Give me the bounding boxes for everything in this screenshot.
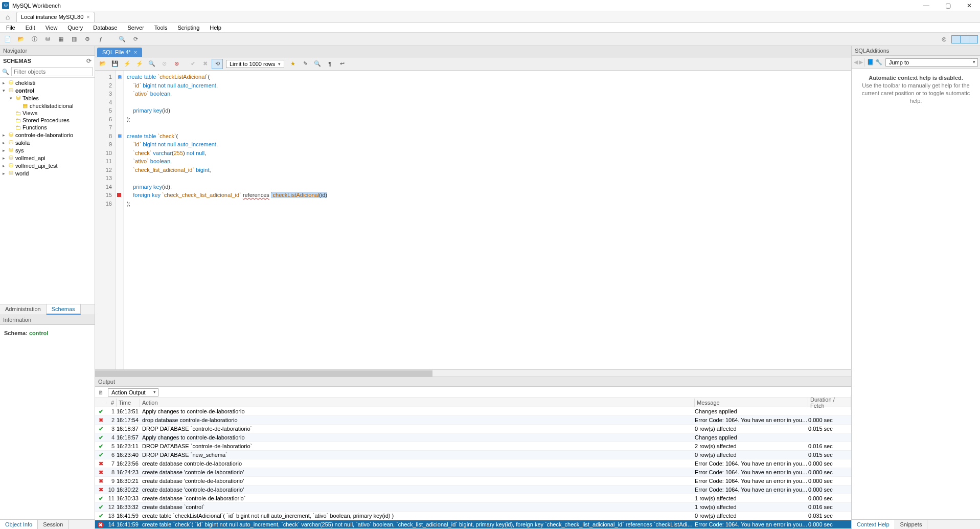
- tree-node[interactable]: ▾⛁Tables: [0, 94, 95, 102]
- open-sql-icon[interactable]: 📂: [15, 34, 27, 45]
- toggle-right-panel[interactable]: [969, 35, 978, 43]
- toggle-left-panel[interactable]: [951, 35, 961, 43]
- new-proc-icon[interactable]: ⚙: [82, 34, 93, 45]
- filter-objects-input[interactable]: [11, 67, 93, 76]
- tree-label: vollmed_api: [14, 155, 45, 161]
- beautify-icon[interactable]: ★: [287, 59, 299, 69]
- maximize-button[interactable]: ▢: [937, 0, 959, 11]
- tree-node[interactable]: ▦checklistadicional: [0, 102, 95, 109]
- minimize-button[interactable]: —: [916, 0, 937, 11]
- tree-node[interactable]: ▸⛁sys: [0, 146, 95, 154]
- row-limit-select[interactable]: Limit to 1000 rows▾: [226, 60, 284, 68]
- output-row[interactable]: ✖1016:30:22create database 'controle-de-…: [95, 486, 851, 494]
- reconnect-icon[interactable]: ⟳: [130, 34, 141, 45]
- tab-schemas[interactable]: Schemas: [47, 304, 81, 315]
- menu-help[interactable]: Help: [206, 24, 225, 32]
- save-script-icon[interactable]: 💾: [109, 59, 121, 69]
- invisible-chars-icon[interactable]: ¶: [324, 59, 335, 69]
- status-globe-icon[interactable]: ◎: [939, 34, 950, 45]
- execute-icon[interactable]: ⚡: [122, 59, 133, 69]
- explain-icon[interactable]: 🔍: [146, 59, 157, 69]
- new-schema-icon[interactable]: ⛁: [42, 34, 53, 45]
- output-row[interactable]: ✔416:18:57Apply changes to controle-de-l…: [95, 433, 851, 442]
- close-icon[interactable]: ×: [86, 14, 89, 20]
- tree-node[interactable]: ▸⛁vollmed_api_test: [0, 162, 95, 169]
- tree-node[interactable]: 🗀Views: [0, 109, 95, 117]
- autocommit-toggle[interactable]: ⟲: [212, 59, 223, 69]
- tab-session[interactable]: Session: [38, 520, 69, 529]
- rollback-icon[interactable]: ✖: [199, 59, 211, 69]
- new-table-icon[interactable]: ▦: [55, 34, 66, 45]
- table-icon: ▦: [21, 102, 29, 109]
- nav-fwd-icon[interactable]: ▶: [859, 59, 863, 65]
- commit-icon[interactable]: ✔: [187, 59, 198, 69]
- error-icon: ✖: [99, 469, 103, 475]
- output-row[interactable]: ✖1416:41:59create table `check`( `id` bi…: [95, 520, 851, 529]
- find-replace-icon[interactable]: 🔍: [312, 59, 323, 69]
- connection-tab[interactable]: Local instance MySQL80 ×: [16, 12, 95, 22]
- output-row[interactable]: ✔1316:41:59create table `checkListAdicio…: [95, 512, 851, 520]
- output-row[interactable]: ✔616:23:40DROP DATABASE `new_schema`0 ro…: [95, 451, 851, 459]
- editor-horizontal-scrollbar[interactable]: [95, 369, 851, 377]
- nav-back-icon[interactable]: ◀: [854, 59, 858, 65]
- sql-editor[interactable]: 12345678910111213141516 ⊟⊟ create table …: [95, 71, 851, 369]
- menu-file[interactable]: File: [2, 24, 19, 32]
- titlebar: ⛁ MySQL Workbench — ▢ ✕: [0, 0, 980, 11]
- output-row[interactable]: ✖916:30:21create database 'controle-de-l…: [95, 477, 851, 486]
- tree-node[interactable]: 🗀Stored Procedures: [0, 117, 95, 124]
- menu-scripting[interactable]: Scripting: [174, 24, 204, 32]
- search-table-icon[interactable]: 🔍: [117, 34, 128, 45]
- folder-icon: 🗀: [14, 117, 21, 123]
- wrap-icon[interactable]: ↩: [336, 59, 348, 69]
- tab-administration[interactable]: Administration: [0, 304, 47, 315]
- tab-snippets[interactable]: Snippets: [895, 520, 928, 529]
- close-button[interactable]: ✕: [959, 0, 980, 11]
- tree-node[interactable]: ▸⛁cheklisti: [0, 79, 95, 86]
- tree-node[interactable]: ▸⛁vollmed_api: [0, 154, 95, 162]
- stop-on-error-icon[interactable]: ⊗: [171, 59, 182, 69]
- output-row[interactable]: ✖816:24:23create database 'controle-de-l…: [95, 468, 851, 477]
- error-icon: ✖: [99, 417, 103, 423]
- menu-edit[interactable]: Edit: [21, 24, 39, 32]
- tree-node[interactable]: ▸⛁sakila: [0, 139, 95, 146]
- sql-file-tab[interactable]: SQL File 4* ×: [97, 48, 142, 57]
- tree-node[interactable]: ▸⛁world: [0, 169, 95, 177]
- menu-tools[interactable]: Tools: [150, 24, 172, 32]
- output-row[interactable]: ✔1216:33:32create database `control`1 ro…: [95, 503, 851, 512]
- output-row[interactable]: ✔316:18:37DROP DATABASE `controle-de-lab…: [95, 425, 851, 433]
- open-script-icon[interactable]: 📂: [97, 59, 108, 69]
- output-row[interactable]: ✔1116:30:33create database `controle-de-…: [95, 494, 851, 503]
- output-row[interactable]: ✖216:17:54drop database controle-de-labo…: [95, 416, 851, 425]
- output-clear-icon[interactable]: 🗎: [98, 389, 104, 395]
- menu-query[interactable]: Query: [63, 24, 87, 32]
- tab-object-info[interactable]: Object Info: [0, 520, 38, 529]
- tree-node[interactable]: 🗀Functions: [0, 124, 95, 131]
- menu-view[interactable]: View: [41, 24, 62, 32]
- refresh-schemas-icon[interactable]: ⟳: [86, 57, 92, 64]
- output-type-select[interactable]: Action Output: [108, 388, 158, 396]
- close-icon[interactable]: ×: [134, 49, 137, 55]
- new-func-icon[interactable]: ƒ: [95, 34, 106, 45]
- new-sql-tab-icon[interactable]: 📄: [2, 34, 13, 45]
- auto-help-icon[interactable]: 🔧: [875, 59, 882, 65]
- toggle-bottom-panel[interactable]: [960, 35, 969, 43]
- inspector-icon[interactable]: ⓘ: [29, 34, 40, 45]
- stop-icon[interactable]: ⊘: [158, 59, 170, 69]
- output-grid[interactable]: ✔116:13:51Apply changes to controle-de-l…: [95, 407, 851, 529]
- tab-context-help[interactable]: Context Help: [852, 520, 895, 529]
- manual-help-icon[interactable]: 📘: [867, 59, 874, 65]
- home-button[interactable]: ⌂: [2, 12, 13, 21]
- output-row[interactable]: ✖716:23:56create database controle-de-la…: [95, 459, 851, 468]
- tree-node[interactable]: ▾⛁control: [0, 86, 95, 94]
- menu-server[interactable]: Server: [123, 24, 148, 32]
- tree-node[interactable]: ▸⛁controle-de-laboratiorio: [0, 131, 95, 139]
- menu-database[interactable]: Database: [89, 24, 121, 32]
- new-view-icon[interactable]: ▥: [69, 34, 80, 45]
- execute-cursor-icon[interactable]: ⚡: [134, 59, 145, 69]
- error-icon: ✖: [99, 478, 103, 484]
- schema-tree[interactable]: ▸⛁cheklisti▾⛁control▾⛁Tables▦checklistad…: [0, 78, 95, 304]
- find-icon[interactable]: ✎: [300, 59, 311, 69]
- output-row[interactable]: ✔516:23:11DROP DATABASE `controle-de-lab…: [95, 442, 851, 451]
- output-row[interactable]: ✔116:13:51Apply changes to controle-de-l…: [95, 407, 851, 416]
- jump-to-select[interactable]: Jump to: [885, 58, 978, 67]
